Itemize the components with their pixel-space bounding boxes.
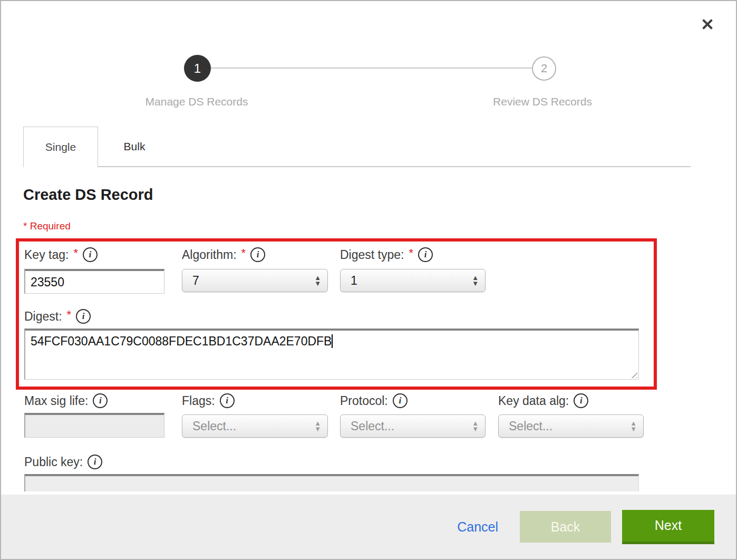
resize-handle[interactable] [629,370,637,378]
required-note: * Required [23,220,71,232]
algorithm-select-value: 7 [192,274,314,288]
digest-label-text: Digest: [24,310,62,324]
digest-type-select-value: 1 [351,274,472,288]
flags-select-value: Select... [192,419,314,433]
max-sig-life-label-text: Max sig life: [24,394,88,408]
next-button[interactable]: Next [622,510,714,544]
step-2-circle: 2 [532,56,556,81]
key-data-alg-select[interactable]: Select... [498,414,644,438]
info-icon[interactable]: i [220,393,235,408]
protocol-select-value: Select... [351,419,472,433]
digest-textarea[interactable]: 54FCF030AA1C79C0088FDEC1BD1C37DAA2E70DFB [24,329,639,380]
protocol-select[interactable]: Select... [340,414,486,438]
algorithm-label-text: Algorithm: [182,248,237,262]
select-arrows-icon [314,275,321,286]
select-arrows-icon [472,420,479,432]
max-sig-life-label: Max sig life: i [24,393,108,408]
tab-single[interactable]: Single [23,127,98,167]
max-sig-life-input[interactable] [24,413,164,438]
digest-type-label-text: Digest type: [340,248,404,262]
tab-bulk[interactable]: Bulk [98,127,171,167]
info-icon[interactable]: i [250,247,265,262]
digest-type-label: Digest type: * i [340,247,433,262]
tab-row-divider [97,166,691,167]
select-arrows-icon [630,420,637,432]
key-data-alg-label: Key data alg: i [498,393,588,408]
protocol-label: Protocol: i [340,393,408,408]
step-2-label: Review DS Records [458,95,627,108]
digest-label: Digest: * i [24,309,91,324]
required-asterisk: * [241,246,246,260]
key-tag-input[interactable] [24,269,164,294]
create-ds-record-modal: 1 2 Manage DS Records Review DS Records … [0,0,737,560]
key-tag-label-text: Key tag: [24,248,69,262]
close-button[interactable] [700,17,715,32]
key-tag-label: Key tag: * i [24,247,98,262]
text-cursor [332,334,333,348]
key-data-alg-select-value: Select... [509,419,630,433]
algorithm-select[interactable]: 7 [182,269,328,292]
stepper-connector-line [210,67,532,69]
required-asterisk: * [67,308,72,322]
flags-label: Flags: i [182,393,235,408]
digest-type-select[interactable]: 1 [340,269,486,292]
select-arrows-icon [472,275,479,286]
required-asterisk: * [409,246,413,260]
info-icon[interactable]: i [574,393,588,408]
digest-value: 54FCF030AA1C79C0088FDEC1BD1C37DAA2E70DFB [31,334,332,348]
key-data-alg-label-text: Key data alg: [498,394,569,408]
info-icon[interactable]: i [393,393,408,408]
flags-label-text: Flags: [182,394,215,408]
public-key-textarea[interactable] [24,474,639,491]
page-title: Create DS Record [23,186,153,204]
modal-footer: Cancel Back Next [1,495,736,559]
back-button[interactable]: Back [520,511,611,543]
info-icon[interactable]: i [83,247,98,262]
step-1-label: Manage DS Records [112,95,281,108]
step-1-circle: 1 [184,55,211,82]
info-icon[interactable]: i [418,247,433,262]
select-arrows-icon [314,420,321,432]
public-key-label-text: Public key: [24,455,83,469]
required-asterisk: * [73,246,78,260]
protocol-label-text: Protocol: [340,394,388,408]
flags-select[interactable]: Select... [182,414,328,438]
info-icon[interactable]: i [76,309,91,324]
public-key-label: Public key: i [24,455,102,469]
info-icon[interactable]: i [93,393,108,408]
cancel-link[interactable]: Cancel [457,519,498,535]
algorithm-label: Algorithm: * i [182,247,265,262]
info-icon[interactable]: i [88,455,102,469]
